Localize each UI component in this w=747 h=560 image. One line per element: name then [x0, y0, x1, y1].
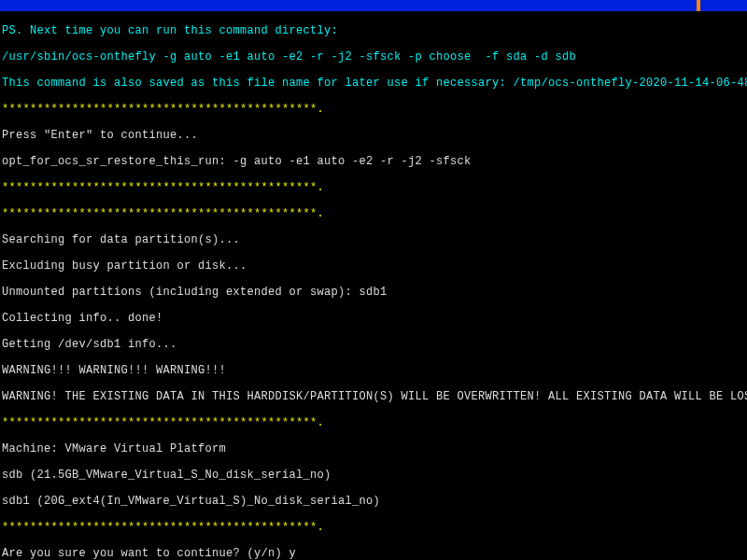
window-titlebar: [0, 0, 747, 11]
terminal-line: sdb1 (20G_ext4(In_VMware_Virtual_S)_No_d…: [2, 495, 745, 508]
confirm-prompt-answered: Are you sure you want to continue? (y/n)…: [2, 547, 745, 560]
terminal-line: sdb (21.5GB_VMware_Virtual_S_No_disk_ser…: [2, 469, 745, 482]
prompt-continue: Press "Enter" to continue...: [2, 129, 745, 142]
titlebar-accent: [697, 0, 700, 11]
separator-line: ****************************************…: [2, 521, 745, 534]
terminal-line: This command is also saved as this file …: [2, 77, 745, 90]
warning-line: WARNING!!! WARNING!!! WARNING!!!: [2, 364, 745, 377]
terminal-line: Unmounted partitions (including extended…: [2, 286, 745, 299]
terminal-line: Getting /dev/sdb1 info...: [2, 338, 745, 351]
terminal-output: PS. Next time you can run this command d…: [0, 11, 747, 560]
terminal-line: PS. Next time you can run this command d…: [2, 24, 745, 37]
separator-line: ****************************************…: [2, 207, 745, 220]
warning-line: WARNING! THE EXISTING DATA IN THIS HARDD…: [2, 390, 745, 403]
terminal-line: Searching for data partition(s)...: [2, 233, 745, 246]
separator-line: ****************************************…: [2, 181, 745, 194]
terminal-line: opt_for_ocs_sr_restore_this_run: -g auto…: [2, 155, 745, 168]
terminal-line: Machine: VMware Virtual Platform: [2, 442, 745, 455]
terminal-line: Collecting info.. done!: [2, 312, 745, 325]
separator-line: ****************************************…: [2, 416, 745, 429]
terminal-line: Excluding busy partition or disk...: [2, 259, 745, 273]
terminal-line: /usr/sbin/ocs-onthefly -g auto -e1 auto …: [2, 50, 745, 63]
separator-line: ****************************************…: [2, 103, 745, 116]
